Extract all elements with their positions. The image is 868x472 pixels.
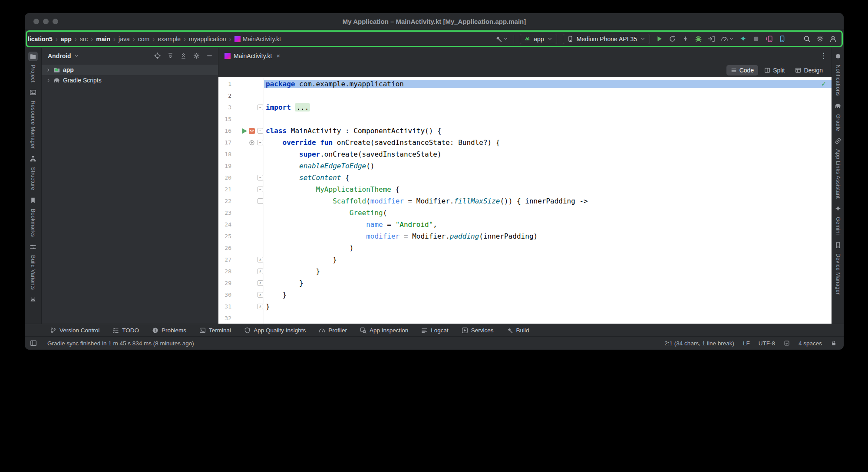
code-line[interactable]: 3−import ... — [218, 102, 832, 113]
fold-marker[interactable]: − — [257, 128, 263, 134]
code-line[interactable]: 24 name = "Android", — [218, 219, 832, 230]
tool-window-resource-manager[interactable]: Resource Manager — [28, 88, 38, 149]
tool-windows-icon[interactable] — [30, 340, 37, 347]
tool-window-app-links-assistant[interactable]: App Links Assistant — [833, 136, 843, 199]
locate-file-button[interactable] — [154, 52, 161, 59]
tool-window-build[interactable]: Build — [507, 327, 529, 334]
tool-window-terminal[interactable]: Terminal — [199, 327, 231, 334]
compose-gutter-icon[interactable]: <> — [249, 128, 255, 134]
code-line[interactable]: 23 Greeting( — [218, 207, 832, 219]
tree-item-app[interactable]: app — [42, 65, 218, 75]
gemini-toolbar-button[interactable] — [739, 35, 747, 43]
inspection-status-icon[interactable]: ✓ — [822, 79, 826, 88]
tool-window-app-quality-insights[interactable]: App Quality Insights — [244, 327, 306, 334]
title-bar[interactable]: My Application – MainActivity.kt [My_App… — [25, 13, 844, 30]
code-line[interactable]: 2 — [218, 90, 832, 102]
tool-window-todo[interactable]: TODO — [112, 327, 139, 334]
code-line[interactable]: 19 enableEdgeToEdge() — [218, 160, 832, 172]
expand-all-button[interactable] — [167, 52, 174, 59]
code-line[interactable]: 31∧} — [218, 301, 832, 312]
file-encoding[interactable]: UTF-8 — [759, 340, 775, 347]
code-line[interactable]: 21− MyApplicationTheme { — [218, 184, 832, 195]
tool-window-structure[interactable]: Structure — [28, 154, 38, 190]
panel-options-button[interactable] — [193, 52, 200, 59]
code-line[interactable]: 30∧ } — [218, 289, 832, 301]
code-line[interactable]: 1package com.example.myapplication — [218, 78, 832, 90]
tool-window-app-inspection[interactable]: App Inspection — [360, 327, 408, 334]
search-everywhere-button[interactable] — [803, 35, 811, 43]
run-gutter-icon[interactable] — [242, 128, 247, 134]
account-button[interactable] — [829, 35, 837, 43]
close-tab-icon[interactable]: × — [275, 52, 280, 59]
fold-marker[interactable]: ∧ — [257, 269, 263, 274]
line-separator[interactable]: LF — [743, 340, 750, 347]
tool-window-device-manager[interactable]: Device Manager — [833, 240, 843, 295]
breadcrumb-item[interactable]: main — [96, 36, 110, 43]
fold-marker[interactable]: − — [257, 140, 263, 145]
chevron-right-icon[interactable] — [46, 68, 51, 72]
fold-marker[interactable]: ∧ — [257, 304, 263, 309]
fold-marker[interactable]: − — [257, 175, 263, 180]
code-line[interactable]: 18 super.onCreate(savedInstanceState) — [218, 148, 832, 160]
override-gutter-icon[interactable] — [249, 140, 255, 146]
running-devices-button[interactable] — [779, 35, 786, 43]
fold-marker[interactable]: − — [257, 105, 263, 110]
breadcrumb-item[interactable]: src — [80, 36, 88, 43]
run-configuration-selector[interactable]: app — [520, 34, 557, 44]
status-message[interactable]: Gradle sync finished in 1 m 45 s 834 ms … — [47, 340, 194, 347]
run-button[interactable] — [656, 35, 663, 43]
editor-tab[interactable]: MainActivity.kt × — [218, 48, 284, 63]
code-line[interactable]: 27∧ } — [218, 254, 832, 266]
project-view-selector[interactable]: Android — [48, 52, 79, 59]
status-widget-icon[interactable] — [784, 340, 790, 346]
view-mode-design[interactable]: Design — [791, 65, 827, 75]
breadcrumb-item[interactable]: myapplication — [189, 36, 226, 43]
sync-project-button[interactable] — [495, 35, 508, 43]
caret-position[interactable]: 2:1 (34 chars, 1 line break) — [664, 340, 734, 347]
fold-marker[interactable]: ∧ — [257, 292, 263, 298]
profiler-button[interactable] — [721, 35, 734, 43]
fold-marker[interactable]: − — [257, 187, 263, 192]
code-line[interactable]: 32 — [218, 312, 832, 324]
fold-marker[interactable]: ∧ — [257, 280, 263, 286]
tool-window-build-variants[interactable]: Build Variants — [28, 242, 38, 290]
tool-window-logcat[interactable] — [28, 295, 38, 305]
device-selector[interactable]: Medium Phone API 35 — [563, 34, 650, 44]
zoom-window-button[interactable] — [53, 19, 58, 24]
tab-options-kebab-icon[interactable]: ⋮ — [820, 51, 827, 60]
stop-button[interactable] — [752, 35, 760, 43]
code-editor[interactable]: ✓ 1package com.example.myapplication23−i… — [218, 77, 832, 324]
code-line[interactable]: 28∧ } — [218, 266, 832, 277]
tool-window-problems[interactable]: Problems — [152, 327, 186, 334]
apply-changes-button[interactable] — [682, 35, 689, 43]
tool-window-logcat[interactable]: Logcat — [421, 327, 449, 334]
rerun-button[interactable] — [669, 35, 676, 43]
code-line[interactable]: 26 ) — [218, 242, 832, 254]
breadcrumb-item[interactable]: com — [138, 36, 149, 43]
breadcrumb-item[interactable]: example — [158, 36, 181, 43]
tool-window-gradle[interactable]: Gradle — [833, 101, 843, 131]
indent-style[interactable]: 4 spaces — [799, 340, 822, 347]
code-line[interactable]: 17− override fun onCreate(savedInstanceS… — [218, 137, 832, 148]
tool-window-notifications[interactable]: Notifications — [833, 52, 843, 96]
tool-window-profiler[interactable]: Profiler — [319, 327, 347, 334]
collapse-all-button[interactable] — [180, 52, 187, 59]
tool-window-version-control[interactable]: Version Control — [50, 327, 99, 334]
minimize-window-button[interactable] — [43, 19, 49, 24]
readonly-lock-icon[interactable] — [831, 340, 837, 346]
code-line[interactable]: 20− setContent { — [218, 172, 832, 184]
view-mode-code[interactable]: Code — [726, 65, 758, 75]
hide-panel-button[interactable] — [206, 52, 213, 59]
fold-marker[interactable]: − — [257, 198, 263, 204]
code-line[interactable]: 29∧ } — [218, 277, 832, 289]
tool-window-project[interactable]: Project — [28, 52, 38, 82]
breadcrumb-item[interactable]: MainActivity.kt — [234, 36, 281, 43]
settings-button[interactable] — [816, 35, 824, 43]
fold-marker[interactable]: ∧ — [257, 257, 263, 262]
breadcrumb-item[interactable]: app — [61, 36, 72, 43]
view-mode-split[interactable]: Split — [760, 65, 789, 75]
device-mirroring-button[interactable] — [766, 35, 773, 43]
code-line[interactable]: 15 — [218, 113, 832, 125]
breadcrumb-item[interactable]: lication5 — [28, 36, 53, 43]
debug-button[interactable] — [695, 35, 702, 43]
